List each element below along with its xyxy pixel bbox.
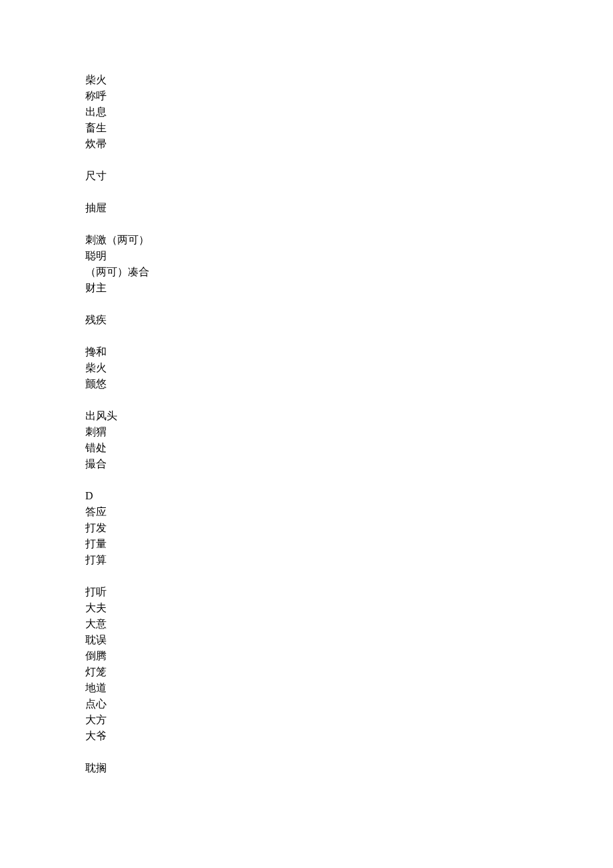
text-line: 搀和 [85, 344, 613, 360]
text-line: 点心 [85, 696, 613, 712]
text-line: 大意 [85, 616, 613, 632]
blank-line [85, 568, 613, 584]
text-line: 耽误 [85, 632, 613, 648]
text-line: 刺激（两可） [85, 232, 613, 248]
text-line: 大方 [85, 712, 613, 728]
text-line: 大夫 [85, 600, 613, 616]
text-line: 颤悠 [85, 376, 613, 392]
text-line: 撮合 [85, 456, 613, 472]
text-line: 出风头 [85, 408, 613, 424]
text-line: 大爷 [85, 728, 613, 744]
text-line: 残疾 [85, 312, 613, 328]
text-line: 打发 [85, 520, 613, 536]
blank-line [85, 184, 613, 200]
text-line: 刺猬 [85, 424, 613, 440]
text-line: 财主 [85, 280, 613, 296]
text-line: 柴火 [85, 72, 613, 88]
text-line: 抽屉 [85, 200, 613, 216]
text-line: （两可）凑合 [85, 264, 613, 280]
text-line: 尺寸 [85, 168, 613, 184]
blank-line [85, 472, 613, 488]
blank-line [85, 392, 613, 408]
text-line: 错处 [85, 440, 613, 456]
text-line: 倒腾 [85, 648, 613, 664]
text-line: 畜生 [85, 120, 613, 136]
text-line: 耽搁 [85, 760, 613, 776]
blank-line [85, 152, 613, 168]
text-line: 炊帚 [85, 136, 613, 152]
text-line: 灯笼 [85, 664, 613, 680]
text-line: D [85, 488, 613, 504]
text-line: 柴火 [85, 360, 613, 376]
blank-line [85, 328, 613, 344]
blank-line [85, 744, 613, 760]
text-line: 打算 [85, 552, 613, 568]
blank-line [85, 296, 613, 312]
text-line: 聪明 [85, 248, 613, 264]
text-line: 打量 [85, 536, 613, 552]
text-line: 打听 [85, 584, 613, 600]
text-line: 地道 [85, 680, 613, 696]
text-line: 称呼 [85, 88, 613, 104]
blank-line [85, 216, 613, 232]
document-content: 柴火称呼出息畜生炊帚尺寸抽屉刺激（两可）聪明（两可）凑合财主残疾搀和柴火颤悠出风… [85, 72, 613, 776]
text-line: 答应 [85, 504, 613, 520]
text-line: 出息 [85, 104, 613, 120]
